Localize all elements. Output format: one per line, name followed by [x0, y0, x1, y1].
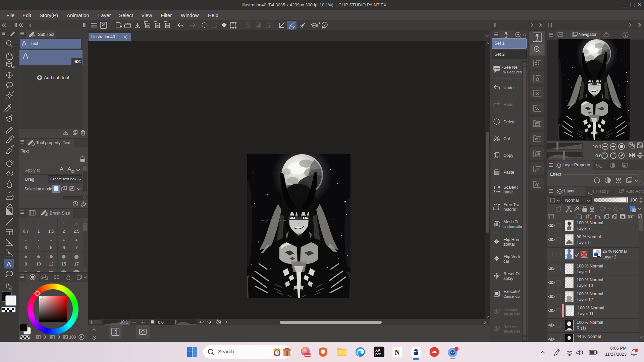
svg-text:splay: splay [503, 276, 514, 281]
svg-text:4: 4 [38, 245, 40, 250]
svg-text:See Ne: See Ne [503, 65, 518, 70]
svg-text:6: 6 [63, 245, 65, 250]
svg-text:15: 15 [61, 262, 66, 266]
svg-text:Cancel qui: Cancel qui [503, 294, 520, 298]
svg-text:7: 7 [75, 245, 78, 250]
svg-text:Flip Verti: Flip Verti [503, 254, 520, 259]
svg-text:2.5: 2.5 [73, 229, 79, 234]
svg-text:10.1: 10.1 [593, 144, 601, 149]
svg-text:12: 12 [49, 262, 54, 266]
svg-text:Cut: Cut [503, 136, 510, 141]
svg-text:V: V [65, 335, 67, 339]
svg-text:Free Tra: Free Tra [503, 202, 519, 207]
svg-text:Scale/R: Scale/R [503, 185, 518, 190]
svg-text:1: 1 [38, 229, 40, 234]
svg-text:Mesh Tr: Mesh Tr [503, 220, 519, 224]
svg-text:Q: Q [523, 33, 526, 37]
svg-text:zontal: zontal [503, 242, 515, 247]
svg-text:8: 8 [25, 262, 27, 266]
svg-text:10: 10 [36, 262, 41, 266]
svg-text:brush size: brush size [504, 329, 520, 333]
svg-text:3: 3 [25, 245, 27, 250]
svg-text:?: ? [324, 23, 326, 27]
svg-text:otate: otate [503, 190, 513, 194]
svg-text:Paste: Paste [503, 170, 514, 175]
svg-text:A: A [6, 260, 11, 268]
svg-text:Delete: Delete [503, 120, 516, 124]
svg-text:0.7: 0.7 [23, 229, 29, 234]
svg-text:Increase: Increase [503, 308, 518, 312]
svg-text:Reset Di: Reset Di [503, 272, 520, 276]
svg-text:NEW: NEW [494, 67, 501, 70]
svg-text:Undo: Undo [503, 85, 514, 90]
svg-text:0: 0 [44, 335, 46, 340]
svg-text:pen: pen [375, 352, 381, 356]
svg-text:ansformatio: ansformatio [503, 225, 522, 229]
svg-text:5: 5 [50, 245, 52, 250]
svg-text:cal: cal [503, 259, 509, 264]
svg-text:S: S [52, 335, 54, 339]
svg-text:Reduce: Reduce [503, 325, 517, 329]
svg-text:0.0: 0.0 [595, 153, 602, 158]
svg-text:jpg: jpg [146, 24, 150, 27]
svg-text:PRE: PRE [305, 354, 311, 357]
svg-text:nsform: nsform [503, 207, 516, 212]
svg-text:psd: psd [165, 24, 169, 27]
svg-text:Execute/: Execute/ [503, 289, 520, 294]
svg-text:17: 17 [74, 262, 79, 266]
svg-text:N: N [395, 349, 400, 356]
svg-text:png: png [156, 24, 160, 27]
svg-text:History: History [596, 189, 609, 194]
svg-text:H: H [37, 335, 40, 339]
svg-text:100: 100 [69, 335, 76, 340]
svg-text:Copy: Copy [503, 153, 514, 158]
svg-text:Flip Hori: Flip Hori [503, 237, 519, 242]
svg-text:2: 2 [63, 229, 65, 234]
svg-text:w Features/: w Features/ [503, 70, 523, 74]
svg-text:brush size: brush size [504, 312, 520, 316]
svg-text:1.5: 1.5 [48, 229, 54, 234]
svg-text:Redo: Redo [503, 102, 514, 107]
svg-text:Auto Action: Auto Action [626, 189, 644, 194]
svg-text:0: 0 [58, 335, 60, 340]
